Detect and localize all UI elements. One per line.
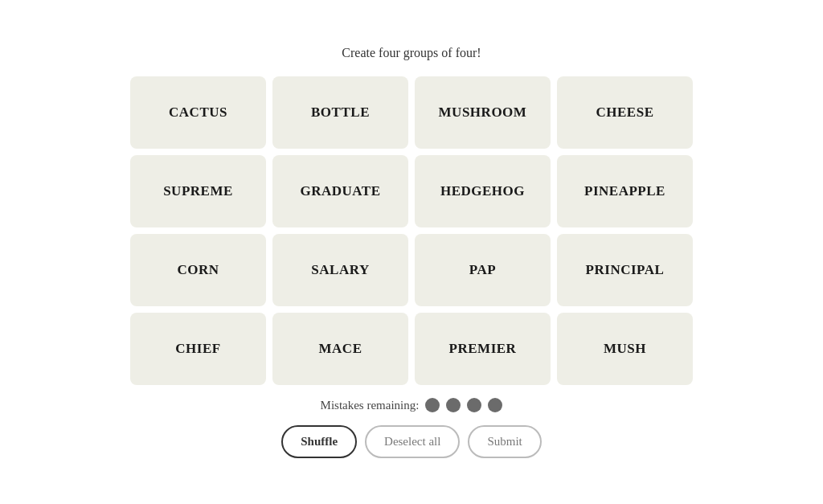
grid-cell-pineapple[interactable]: PINEAPPLE [557,155,693,227]
deselect-button[interactable]: Deselect all [365,425,460,458]
cell-label-chief: CHIEF [175,341,220,357]
cell-label-mush: MUSH [604,341,646,357]
grid-cell-graduate[interactable]: GRADUATE [272,155,408,227]
grid-cell-hedgehog[interactable]: HEDGEHOG [415,155,551,227]
word-grid: CACTUSBOTTLEMUSHROOMCHEESESUPREMEGRADUAT… [130,76,693,385]
mistake-dot-4 [488,398,502,412]
cell-label-mace: MACE [319,341,362,357]
mistakes-row: Mistakes remaining: [321,398,503,412]
grid-cell-cheese[interactable]: CHEESE [557,76,693,149]
cell-label-graduate: GRADUATE [300,183,380,199]
mistakes-label: Mistakes remaining: [321,399,420,412]
shuffle-button[interactable]: Shuffle [281,425,357,458]
grid-cell-corn[interactable]: CORN [130,234,266,306]
cell-label-principal: PRINCIPAL [586,262,665,278]
cell-label-mushroom: MUSHROOM [439,104,527,121]
action-buttons: Shuffle Deselect all Submit [281,425,542,458]
grid-cell-salary[interactable]: SALARY [272,234,408,306]
cell-label-premier: PREMIER [449,341,517,357]
grid-cell-supreme[interactable]: SUPREME [130,155,266,227]
cell-label-salary: SALARY [311,262,369,278]
grid-cell-cactus[interactable]: CACTUS [130,76,266,149]
instruction-text: Create four groups of four! [342,46,481,60]
grid-cell-chief[interactable]: CHIEF [130,313,266,385]
cell-label-supreme: SUPREME [163,183,233,199]
mistake-dot-3 [467,398,481,412]
grid-cell-premier[interactable]: PREMIER [415,313,551,385]
cell-label-pineapple: PINEAPPLE [584,183,665,199]
cell-label-corn: CORN [177,262,219,278]
grid-cell-mace[interactable]: MACE [272,313,408,385]
cell-label-pap: PAP [469,262,496,278]
cell-label-cactus: CACTUS [169,104,227,121]
cell-label-hedgehog: HEDGEHOG [440,183,525,199]
grid-cell-principal[interactable]: PRINCIPAL [557,234,693,306]
cell-label-cheese: CHEESE [596,104,653,121]
submit-button[interactable]: Submit [468,425,541,458]
cell-label-bottle: BOTTLE [311,104,370,121]
mistake-dot-1 [425,398,440,412]
grid-cell-mushroom[interactable]: MUSHROOM [415,76,551,149]
game-container: Create four groups of four! CACTUSBOTTLE… [130,46,693,458]
grid-cell-mush[interactable]: MUSH [557,313,693,385]
grid-cell-pap[interactable]: PAP [415,234,551,306]
mistake-dot-2 [446,398,461,412]
grid-cell-bottle[interactable]: BOTTLE [272,76,408,149]
